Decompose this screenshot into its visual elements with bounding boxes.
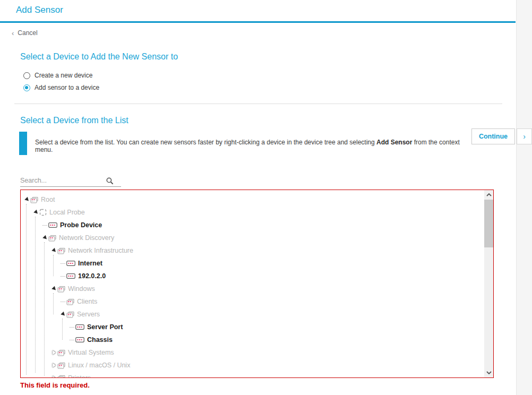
device-icon xyxy=(48,222,57,228)
search-icon[interactable] xyxy=(106,177,114,187)
tree-item-label: Internet xyxy=(78,260,102,267)
tree-item-label: Network Infrastructure xyxy=(68,247,133,254)
radio-icon[interactable] xyxy=(23,72,30,79)
tree-scrollbar[interactable] xyxy=(484,190,493,377)
back-chevron-icon: ‹ xyxy=(12,30,14,37)
tree-item[interactable]: Network Discovery xyxy=(21,231,484,244)
tree-item-label: Network Discovery xyxy=(59,234,114,242)
tree-item[interactable]: Linux / macOS / Unix xyxy=(21,359,484,372)
radio-label: Create a new device xyxy=(35,72,92,79)
tree-connector xyxy=(61,263,65,264)
group-icon xyxy=(57,286,65,293)
radio-label: Add sensor to a device xyxy=(35,84,99,91)
tree-item[interactable]: Server Port xyxy=(21,321,484,333)
tree-item[interactable]: Servers xyxy=(21,308,484,321)
tree-item[interactable]: Windows xyxy=(21,282,484,295)
collapse-toggle-icon[interactable] xyxy=(51,247,57,254)
cancel-button[interactable]: ‹ Cancel xyxy=(12,29,38,37)
tree-item[interactable]: Probe Device xyxy=(21,219,484,231)
tree-item-label: Probe Device xyxy=(60,221,102,229)
device-icon xyxy=(75,324,84,330)
chevron-right-icon: › xyxy=(523,132,526,141)
tree-item[interactable]: 192.0.2.0 xyxy=(21,270,484,282)
tree-item[interactable]: Internet xyxy=(21,257,484,270)
radio-create-new-device[interactable]: Create a new device xyxy=(23,72,92,79)
group-icon xyxy=(57,349,65,356)
device-icon xyxy=(75,337,84,342)
radio-add-sensor-to-device[interactable]: Add sensor to a device xyxy=(23,84,99,91)
tree-item-label: Clients xyxy=(77,298,97,305)
tree-item[interactable]: Virtual Systems xyxy=(21,346,484,359)
collapse-toggle-icon[interactable] xyxy=(51,286,57,292)
expand-toggle-icon[interactable] xyxy=(51,375,57,378)
tree-item-label: Windows xyxy=(68,285,95,293)
group-icon xyxy=(48,235,56,242)
group-icon xyxy=(57,362,65,369)
tree-item-label: Local Probe xyxy=(49,209,85,216)
cancel-label: Cancel xyxy=(18,29,37,37)
tree-item[interactable]: Chassis xyxy=(21,333,484,346)
search-input[interactable] xyxy=(20,175,109,186)
tree-item-label: Servers xyxy=(77,311,100,318)
group-icon xyxy=(30,196,38,203)
section-heading-device-choice: Select a Device to Add the New Sensor to xyxy=(20,52,178,62)
tree-connector xyxy=(42,225,47,226)
device-icon xyxy=(66,261,75,266)
page-title: Add Sensor xyxy=(16,5,63,15)
group-icon xyxy=(57,375,65,379)
continue-step-button[interactable]: › xyxy=(517,128,532,144)
right-gutter xyxy=(516,0,532,395)
collapse-toggle-icon[interactable] xyxy=(24,196,30,203)
info-text-prefix: Select a device from the list. You can c… xyxy=(35,139,376,146)
section-heading-device-list: Select a Device from the List xyxy=(20,116,128,125)
tree-item-label: Printers xyxy=(68,374,91,378)
add-sensor-page: { "page": { "title": "Add Sensor", "canc… xyxy=(0,0,532,395)
info-text-bold: Add Sensor xyxy=(376,139,412,146)
group-icon xyxy=(66,311,74,318)
expand-toggle-icon[interactable] xyxy=(51,362,57,368)
tree-connector xyxy=(70,327,74,328)
search-field xyxy=(20,175,121,187)
scroll-down-arrow-icon[interactable] xyxy=(484,368,493,377)
info-text: Select a device from the list. You can c… xyxy=(35,139,465,153)
collapse-toggle-icon[interactable] xyxy=(33,209,39,216)
tree-rows: RootLocal ProbeProbe DeviceNetwork Disco… xyxy=(21,190,484,378)
tree-item-label: Root xyxy=(41,196,55,203)
group-icon xyxy=(57,247,65,254)
validation-message: This field is required. xyxy=(20,381,90,389)
scroll-up-arrow-icon[interactable] xyxy=(484,191,493,199)
expand-toggle-icon[interactable] xyxy=(51,349,57,356)
tree-item-label: Virtual Systems xyxy=(68,349,114,356)
header-divider xyxy=(0,21,516,23)
tree-item[interactable]: Root xyxy=(21,193,484,206)
tree-connector xyxy=(70,340,74,340)
tree-connector xyxy=(61,302,65,302)
collapse-toggle-icon[interactable] xyxy=(42,235,48,241)
tree-item-label: Chassis xyxy=(87,336,113,344)
tree-item-label: Linux / macOS / Unix xyxy=(68,362,130,369)
probe-icon xyxy=(39,209,47,216)
collapse-toggle-icon[interactable] xyxy=(60,311,66,317)
device-tree: RootLocal ProbeProbe DeviceNetwork Disco… xyxy=(20,190,494,378)
tree-item-label: Server Port xyxy=(87,323,123,331)
continue-button[interactable]: Continue xyxy=(471,128,515,144)
tree-item[interactable]: Printers xyxy=(21,372,484,378)
tree-item-label: 192.0.2.0 xyxy=(78,272,106,280)
section-divider xyxy=(14,104,502,104)
info-accent-bar xyxy=(19,132,27,155)
tree-item[interactable]: Local Probe xyxy=(21,206,484,219)
device-icon xyxy=(66,273,75,279)
scrollbar-thumb[interactable] xyxy=(484,200,493,247)
group-icon xyxy=(66,298,74,305)
tree-item[interactable]: Network Infrastructure xyxy=(21,244,484,257)
tree-item[interactable]: Clients xyxy=(21,295,484,308)
radio-icon[interactable] xyxy=(23,84,30,91)
tree-connector xyxy=(61,276,65,277)
